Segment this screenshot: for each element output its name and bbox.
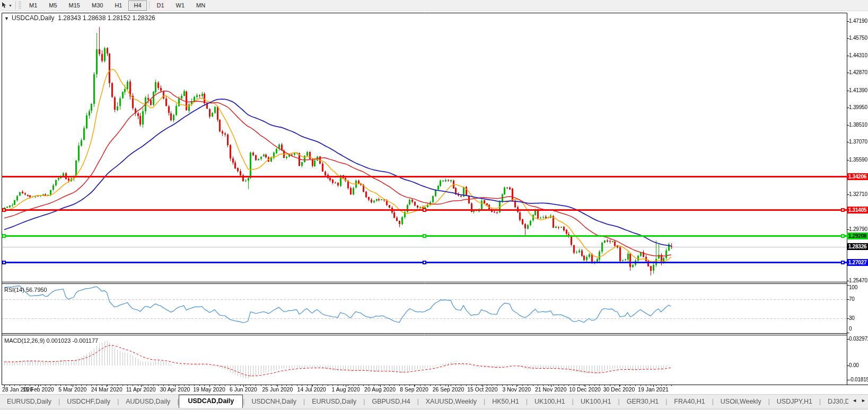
price-axis-tick-label: 1.47190	[849, 18, 868, 24]
price-axis-tick-label: 1.29790	[849, 226, 868, 232]
chart-tab-bar: EURUSD,Daily|USDCHF,Daily|AUDUSD,Daily|U…	[0, 394, 868, 408]
chart-tab-dj30-daily[interactable]: DJ30,Daily	[821, 396, 848, 407]
hline-price-box: 1.29208	[847, 233, 868, 239]
chart-tabs: EURUSD,Daily|USDCHF,Daily|AUDUSD,Daily|U…	[0, 395, 848, 408]
hline-anchor-square[interactable]	[841, 208, 845, 212]
price-axis-tick-label: 1.42870	[849, 69, 868, 75]
hline-anchor-square[interactable]	[841, 261, 845, 264]
chart-symbol-label: USDCAD,Daily	[12, 14, 55, 22]
tabs-scroll-right-icon[interactable]: ►	[861, 398, 866, 403]
rsi-axis-label: 70	[849, 296, 868, 302]
hline-anchor-square[interactable]	[2, 261, 6, 264]
rsi-indicator-label: RSI(14) 56.7950	[4, 287, 47, 293]
hline-anchor-square[interactable]	[2, 234, 6, 238]
chart-tab-fra40-h1[interactable]: FRA40,H1	[667, 396, 712, 407]
price-axis-tick-label: 1.39950	[849, 104, 868, 110]
price-axis-tick-label: 1.25470	[849, 278, 868, 283]
chart-tab-eurusd-daily[interactable]: EURUSD,Daily	[0, 396, 58, 407]
date-axis-label: 24 Mar 2020	[91, 386, 122, 393]
chart-ohlc-values: 1.28343 1.28638 1.28152 1.28326	[58, 14, 155, 22]
hline-price-box: 1.31405	[847, 207, 868, 213]
date-axis-label: 19 May 2020	[193, 386, 225, 393]
rsi-axis-label: 0	[849, 326, 868, 332]
bid-price-box: 1.28326	[847, 243, 868, 250]
date-axis-label: 10 Dec 2020	[569, 386, 601, 393]
date-axis-label: 11 Apr 2020	[126, 386, 156, 393]
price-axis-tick-label: 1.45750	[849, 35, 868, 41]
status-strip	[0, 408, 868, 410]
date-axis-label: 20 Aug 2020	[364, 386, 396, 393]
collapse-triangle-icon[interactable]: ▼	[4, 16, 9, 21]
price-axis-tick-label: 1.37070	[849, 139, 868, 145]
macd-indicator-label: MACD(12,26,9) 0.001023 -0.001177	[4, 337, 98, 344]
chart-tab-xauusd-weekly[interactable]: XAUUSD,Weekly	[419, 396, 484, 407]
date-axis-label: 26 Sep 2020	[433, 386, 464, 393]
macd-values: 0.001023 -0.001177	[46, 337, 98, 344]
rsi-name: RSI(14)	[4, 287, 24, 293]
price-axis-tick-label: 1.32710	[849, 191, 868, 197]
date-axis-label: 1 Aug 2020	[332, 386, 360, 393]
chart-tab-usdcad-daily[interactable]: USDCAD,Daily	[179, 395, 243, 408]
chart-tab-audusd-daily[interactable]: AUDUSD,Daily	[119, 396, 177, 407]
date-axis-label: 8 Sep 2020	[400, 386, 428, 393]
rsi-value: 56.7950	[26, 287, 47, 293]
date-axis-label: 25 Jun 2020	[262, 386, 293, 393]
hline-price-box: 1.34206	[847, 173, 868, 180]
chart-tab-gbpusd-h4[interactable]: GBPUSD,H4	[365, 396, 417, 407]
date-axis-label: 3 Nov 2020	[502, 386, 531, 393]
hline-anchor-square[interactable]	[423, 234, 426, 238]
hline-anchor-square[interactable]	[423, 261, 426, 264]
chart-tab-uk100-h1[interactable]: UK100,H1	[574, 396, 618, 407]
chart-tab-eurusd-daily[interactable]: EURUSD,Daily	[305, 396, 363, 407]
price-axis-tick-label: 1.38510	[849, 122, 868, 128]
main-chart-canvas[interactable]	[0, 0, 868, 410]
macd-axis-label: -0.018154	[849, 377, 868, 382]
macd-axis-label: 0.032972	[849, 336, 868, 342]
hline-anchor-square[interactable]	[841, 234, 845, 238]
hline-anchor-square[interactable]	[2, 208, 6, 212]
hline-object-1.34206[interactable]	[2, 176, 847, 177]
rsi-axis-label: 100	[849, 284, 868, 290]
hline-anchor-square[interactable]	[423, 208, 426, 212]
mt4-window: ▼ M1M5M15M30H1H4D1W1MN ▼USDCAD,Daily 1.2…	[0, 0, 868, 410]
date-axis-label: 30 Apr 2020	[160, 386, 190, 393]
date-axis-label: 15 Oct 2020	[467, 386, 497, 393]
chart-tab-usoil-weekly[interactable]: USOil,Weekly	[714, 396, 768, 407]
chart-tab-usdchf-daily[interactable]: USDCHF,Daily	[60, 396, 117, 407]
price-axis-tick-label: 1.41390	[849, 87, 868, 93]
macd-axis-label: 0.00	[849, 362, 868, 368]
hline-price-box: 1.27027	[847, 259, 868, 266]
date-axis-label: 6 Jun 2020	[230, 386, 257, 393]
date-axis-label: 30 Dec 2020	[603, 386, 635, 393]
chart-tab-usdcnh-daily[interactable]: USDCNH,Daily	[244, 396, 303, 407]
price-axis-tick-label: 1.35590	[849, 157, 868, 163]
tabs-scroll-left-icon[interactable]: ◄	[852, 398, 857, 403]
chart-title: ▼USDCAD,Daily 1.28343 1.28638 1.28152 1.…	[4, 14, 155, 22]
rsi-axis-label: 30	[849, 315, 868, 321]
date-axis-label: 21 Nov 2020	[535, 386, 567, 393]
chart-tab-uk100-h1[interactable]: UK100,H1	[528, 396, 572, 407]
chart-tab-usdjpy-h1[interactable]: USDJPY,H1	[770, 396, 819, 407]
date-axis-label: 15 Feb 2020	[23, 386, 54, 393]
date-axis-label: 5 Mar 2020	[58, 386, 86, 393]
price-axis-tick-label: 1.44310	[849, 52, 868, 58]
date-axis-label: 19 Jan 2021	[638, 386, 669, 393]
chart-tab-ger30-h1[interactable]: GER30,H1	[620, 396, 665, 407]
chart-tab-hk50-h1[interactable]: HK50,H1	[485, 396, 526, 407]
macd-name: MACD(12,26,9)	[4, 337, 45, 344]
date-axis-label: 14 Jul 2020	[297, 386, 326, 393]
